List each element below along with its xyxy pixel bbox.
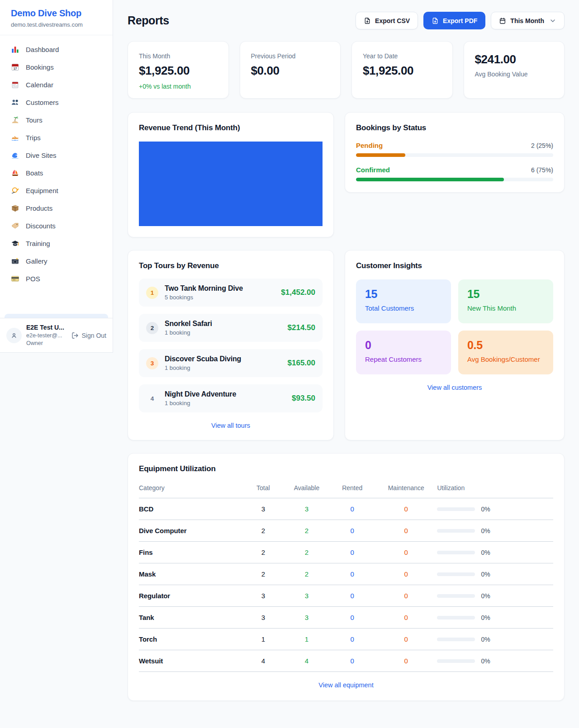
equipment-table-row: Tank 3 3 0 0 0% bbox=[139, 607, 553, 629]
desert-island-icon bbox=[11, 116, 19, 124]
equipment-category: Fins bbox=[139, 542, 242, 563]
equipment-category: Dive Computer bbox=[139, 520, 242, 542]
col-utilization: Utilization bbox=[437, 479, 553, 498]
utilization-bar bbox=[437, 659, 475, 663]
utilization-bar bbox=[437, 529, 475, 533]
package-icon bbox=[11, 204, 19, 213]
sidebar-item[interactable]: Dive Sites bbox=[5, 147, 108, 164]
sidebar-item[interactable]: Boats bbox=[5, 164, 108, 182]
tour-amount: $214.50 bbox=[288, 323, 315, 332]
equipment-available: 2 bbox=[284, 542, 330, 563]
equipment-rented: 0 bbox=[329, 629, 375, 650]
sidebar-item-label: Tours bbox=[26, 116, 43, 124]
tour-name: Two Tank Morning Dive bbox=[165, 284, 275, 293]
col-maintenance: Maintenance bbox=[375, 479, 437, 498]
status-progress-track bbox=[356, 153, 553, 157]
two-people-icon bbox=[11, 98, 19, 107]
rank-badge: 1 bbox=[146, 287, 158, 299]
insight-tile: 15 New This Month bbox=[458, 279, 553, 323]
stat-value: $241.00 bbox=[475, 52, 554, 66]
sidebar-item[interactable]: Customers bbox=[5, 94, 108, 111]
period-selector[interactable]: This Month bbox=[491, 12, 565, 29]
insight-value: 15 bbox=[467, 288, 544, 301]
tour-list-item[interactable]: 3 Discover Scuba Diving 1 booking $165.0… bbox=[139, 349, 323, 377]
stats-row: This Month $1,925.00 +0% vs last month P… bbox=[128, 41, 565, 99]
calendar-17-icon: 17 bbox=[11, 63, 19, 71]
sidebar-item[interactable]: 17 Bookings bbox=[5, 58, 108, 76]
sidebar-item[interactable]: Training bbox=[5, 235, 108, 252]
sidebar-item[interactable]: POS bbox=[5, 270, 108, 288]
equipment-category: BCD bbox=[139, 498, 242, 520]
equipment-table-row: Wetsuit 4 4 0 0 0% bbox=[139, 650, 553, 672]
top-tours-title: Top Tours by Revenue bbox=[139, 261, 323, 270]
file-export-icon bbox=[364, 17, 371, 24]
sidebar-item[interactable]: Equipment bbox=[5, 182, 108, 199]
utilization-percent: 0% bbox=[481, 636, 490, 643]
sidebar-item[interactable]: Discounts bbox=[5, 217, 108, 235]
utilization-bar bbox=[437, 551, 475, 554]
view-all-customers-link[interactable]: View all customers bbox=[356, 384, 553, 391]
sidebar-item-label: Gallery bbox=[26, 257, 47, 265]
status-label: Confirmed bbox=[356, 166, 390, 174]
equipment-total: 3 bbox=[242, 585, 284, 607]
equipment-rented: 0 bbox=[329, 650, 375, 672]
rank-badge: 4 bbox=[146, 392, 158, 405]
equipment-rented: 0 bbox=[329, 542, 375, 563]
logout-icon bbox=[71, 332, 79, 339]
page-title: Reports bbox=[128, 14, 169, 27]
export-csv-button[interactable]: Export CSV bbox=[356, 12, 418, 29]
equipment-table-row: Torch 1 1 0 0 0% bbox=[139, 629, 553, 650]
sidebar-item-label: Boats bbox=[26, 169, 43, 177]
user-name: E2E Test U... bbox=[26, 323, 67, 332]
equipment-total: 2 bbox=[242, 542, 284, 563]
chevron-down-icon bbox=[549, 17, 556, 24]
shop-name: Demo Dive Shop bbox=[11, 8, 102, 19]
utilization-percent: 0% bbox=[481, 571, 490, 578]
sidebar-item[interactable]: Products bbox=[5, 199, 108, 217]
equipment-available: 3 bbox=[284, 498, 330, 520]
utilization-bar bbox=[437, 507, 475, 511]
bookings-by-status-card: Bookings by Status Pending 2 (25%) Confi… bbox=[345, 112, 565, 193]
sidebar-item-label: Dashboard bbox=[26, 46, 59, 53]
camera-icon bbox=[11, 257, 19, 265]
sidebar-item[interactable]: Calendar bbox=[5, 76, 108, 94]
status-count: 6 (75%) bbox=[531, 166, 553, 174]
stat-value: $1,925.00 bbox=[139, 64, 218, 78]
col-total: Total bbox=[242, 479, 284, 498]
sidebar-item-reports-partial[interactable] bbox=[5, 314, 108, 318]
sign-out-button[interactable]: Sign Out bbox=[71, 332, 106, 339]
sidebar-item[interactable]: Dashboard bbox=[5, 41, 108, 58]
insight-value: 0 bbox=[365, 339, 442, 352]
view-all-equipment-link[interactable]: View all equipment bbox=[139, 681, 553, 689]
col-category: Category bbox=[139, 479, 242, 498]
equipment-rented: 0 bbox=[329, 563, 375, 585]
equipment-total: 2 bbox=[242, 563, 284, 585]
col-rented: Rented bbox=[329, 479, 375, 498]
equipment-total: 4 bbox=[242, 650, 284, 672]
stat-card-avg-booking-value: $241.00 Avg Booking Value bbox=[464, 41, 565, 99]
tour-name: Night Dive Adventure bbox=[165, 390, 285, 398]
equipment-category: Regulator bbox=[139, 585, 242, 607]
status-progress-fill bbox=[356, 178, 504, 181]
tour-list-item[interactable]: 2 Snorkel Safari 1 booking $214.50 bbox=[139, 314, 323, 342]
sidebar-header: Demo Dive Shop demo.test.divestreams.com bbox=[0, 0, 113, 35]
equipment-available: 2 bbox=[284, 563, 330, 585]
person-icon bbox=[10, 332, 18, 339]
sidebar-item-label: Dive Sites bbox=[26, 151, 57, 159]
insights-row: Top Tours by Revenue 1 Two Tank Morning … bbox=[128, 250, 565, 440]
sidebar-item-label: POS bbox=[26, 275, 40, 283]
stat-delta: +0% vs last month bbox=[139, 83, 218, 90]
sidebar-item[interactable]: Trips bbox=[5, 129, 108, 147]
view-all-tours-link[interactable]: View all tours bbox=[139, 422, 323, 429]
utilization-percent: 0% bbox=[481, 614, 490, 621]
sidebar-item[interactable]: Tours bbox=[5, 111, 108, 129]
speedboat-icon bbox=[11, 133, 19, 142]
export-pdf-button[interactable]: Export PDF bbox=[423, 12, 485, 29]
stat-label: This Month bbox=[139, 52, 218, 60]
tour-list-item[interactable]: 4 Night Dive Adventure 1 booking $93.50 bbox=[139, 384, 323, 412]
utilization-percent: 0% bbox=[481, 657, 490, 665]
tour-list-item[interactable]: 1 Two Tank Morning Dive 5 bookings $1,45… bbox=[139, 279, 323, 307]
equipment-category: Wetsuit bbox=[139, 650, 242, 672]
sidebar-item[interactable]: Gallery bbox=[5, 252, 108, 270]
sidebar-item-label: Products bbox=[26, 204, 52, 212]
